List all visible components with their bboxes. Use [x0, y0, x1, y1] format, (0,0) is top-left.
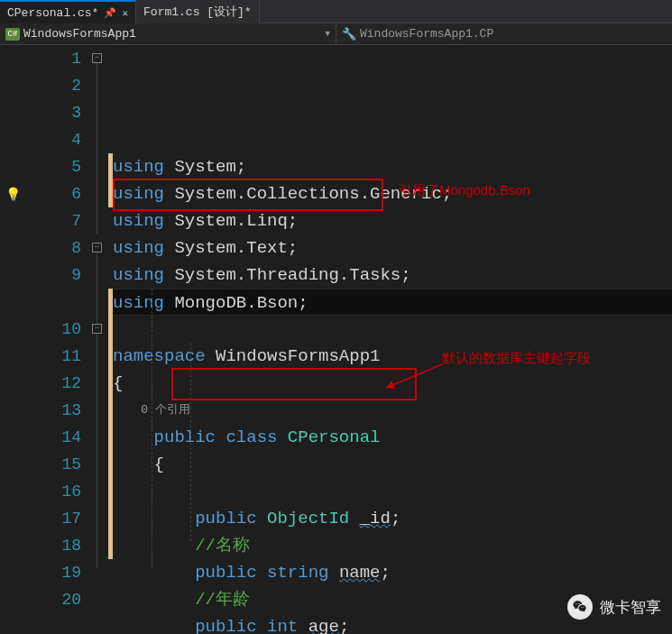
line-number: 7 [27, 207, 81, 234]
line-number: 17 [27, 505, 81, 532]
nav-scope-dropdown[interactable]: C# WindowsFormsApp1 ▼ [0, 23, 336, 45]
nav-scope-text: WindowsFormsApp1 [23, 27, 136, 41]
fold-toggle[interactable]: − [92, 243, 102, 253]
code-line[interactable]: namespace WindowsFormsApp1 [113, 343, 672, 370]
nav-type-dropdown[interactable]: 🔧 WindowsFormsApp1.CP [336, 23, 672, 45]
wrench-icon: 🔧 [342, 27, 356, 41]
watermark-text: 微卡智享 [600, 597, 661, 618]
code-line[interactable] [113, 316, 672, 343]
fold-toggle[interactable]: − [92, 324, 102, 334]
tab-label: CPersonal.cs* [7, 6, 98, 20]
line-number: 20 [27, 586, 81, 613]
line-number: 13 [27, 397, 81, 424]
pin-icon[interactable]: 📌 [104, 7, 116, 19]
fold-line [97, 63, 97, 234]
line-number: 2 [27, 72, 81, 99]
nav-type-text: WindowsFormsApp1.CP [360, 27, 493, 41]
chevron-down-icon: ▼ [326, 30, 330, 39]
fold-toggle[interactable]: − [92, 53, 102, 63]
line-number: 6 [27, 180, 81, 207]
code-line[interactable]: using System; [113, 153, 672, 180]
line-number: 15 [27, 451, 81, 478]
code-line[interactable]: public class CPersonal [113, 424, 672, 451]
code-line[interactable] [113, 478, 672, 505]
indent-guide [152, 289, 152, 568]
line-number: 18 [27, 532, 81, 559]
code-editor[interactable]: 💡 1234567891011121314151617181920 − − − … [0, 45, 672, 634]
code-line[interactable]: using System.Threading.Tasks; [113, 262, 672, 289]
tab-label: Form1.cs [设计]* [143, 4, 252, 20]
indent-guide [190, 343, 191, 541]
watermark: 微卡智享 [567, 594, 661, 620]
navigation-bar: C# WindowsFormsApp1 ▼ 🔧 WindowsFormsApp1… [0, 23, 672, 45]
fold-line [97, 253, 97, 568]
line-number-blank [27, 289, 81, 316]
code-line[interactable]: //名称 [113, 532, 672, 559]
line-number: 4 [27, 126, 81, 153]
editor-margin: 💡 [0, 45, 27, 634]
code-line[interactable]: { [113, 451, 672, 478]
line-number: 3 [27, 99, 81, 126]
line-number: 10 [27, 316, 81, 343]
fold-column: − − − [90, 45, 108, 634]
code-line[interactable]: public ObjectId _id; [113, 505, 672, 532]
line-number: 12 [27, 370, 81, 397]
tab-cpersonal[interactable]: CPersonal.cs* 📌 ✕ [0, 0, 136, 23]
code-line[interactable]: using System.Collections.Generic; [113, 180, 672, 207]
code-area[interactable]: using System;using System.Collections.Ge… [113, 45, 672, 634]
line-number: 9 [27, 262, 81, 289]
line-number-gutter: 1234567891011121314151617181920 [27, 45, 90, 634]
line-number: 16 [27, 478, 81, 505]
wechat-icon [567, 594, 593, 620]
codelens-references[interactable]: 0 个引用 [113, 397, 672, 424]
close-icon[interactable]: ✕ [122, 7, 128, 19]
line-number: 11 [27, 343, 81, 370]
code-line[interactable]: using MongoDB.Bson; [113, 289, 672, 316]
line-number: 8 [27, 234, 81, 262]
line-number: 5 [27, 153, 81, 180]
lightbulb-icon[interactable]: 💡 [5, 187, 21, 202]
line-number: 1 [27, 45, 81, 72]
code-line[interactable]: using System.Text; [113, 234, 672, 262]
csharp-icon: C# [5, 28, 20, 41]
line-number: 19 [27, 559, 81, 586]
tab-form1[interactable]: Form1.cs [设计]* [136, 0, 260, 23]
code-line[interactable]: { [113, 370, 672, 397]
code-line[interactable]: public string name; [113, 559, 672, 586]
line-number: 14 [27, 424, 81, 451]
code-line[interactable]: using System.Linq; [113, 207, 672, 234]
tab-bar: CPersonal.cs* 📌 ✕ Form1.cs [设计]* [0, 0, 672, 23]
